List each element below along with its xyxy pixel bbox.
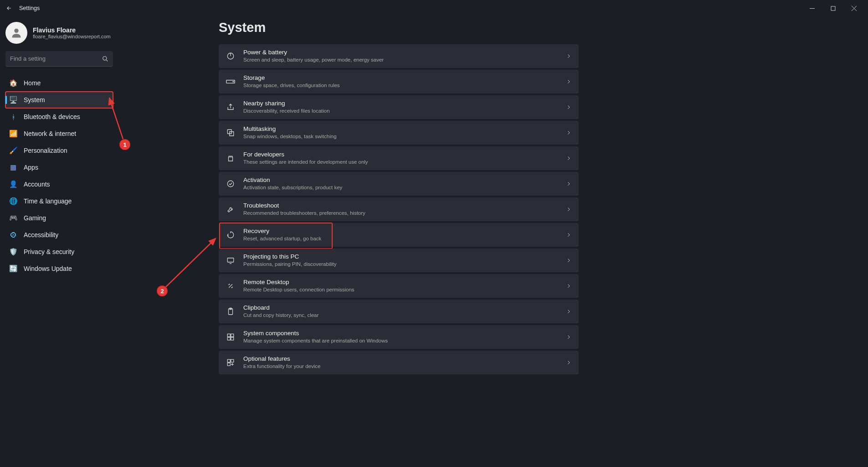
sidebar-item-update[interactable]: 🔄 Windows Update xyxy=(5,260,113,277)
svg-rect-12 xyxy=(231,334,234,337)
svg-point-1 xyxy=(14,29,18,33)
sidebar-item-label: Personalization xyxy=(24,147,67,154)
chevron-right-icon xyxy=(566,283,571,289)
sidebar-item-label: Time & language xyxy=(24,197,72,205)
titlebar: Settings xyxy=(0,0,868,16)
sidebar-item-bluetooth[interactable]: ᚼ Bluetooth & devices xyxy=(5,109,113,125)
card-subtitle: Snap windows, desktops, task switching xyxy=(243,133,337,140)
card-title: System components xyxy=(243,330,388,337)
card-title: Nearby sharing xyxy=(243,100,330,108)
card-title: Storage xyxy=(243,74,340,82)
sidebar-item-network[interactable]: 📶 Network & internet xyxy=(5,125,113,142)
sidebar-item-label: Accessibility xyxy=(24,231,58,239)
sidebar-item-personalization[interactable]: 🖌️ Personalization xyxy=(5,142,113,159)
card-subtitle: Discoverability, received files location xyxy=(243,108,330,114)
page-title: System xyxy=(219,20,868,35)
back-button[interactable] xyxy=(4,3,15,14)
power-icon xyxy=(226,52,235,61)
card-title: Power & battery xyxy=(243,49,384,57)
svg-rect-14 xyxy=(231,337,234,340)
accessibility-icon: ⭙ xyxy=(9,231,17,239)
card-title: Activation xyxy=(243,176,342,184)
multitask-icon xyxy=(226,128,235,137)
bluetooth-icon: ᚼ xyxy=(9,113,17,121)
sidebar-item-accounts[interactable]: 👤 Accounts xyxy=(5,176,113,192)
sidebar-item-system[interactable]: 🖥️ System xyxy=(5,92,113,108)
close-button[interactable] xyxy=(843,1,864,16)
card-title: Projecting to this PC xyxy=(243,253,337,261)
chevron-right-icon xyxy=(566,232,571,238)
settings-card-remote[interactable]: Remote Desktop Remote Desktop users, con… xyxy=(219,274,579,298)
card-title: For developers xyxy=(243,151,368,159)
settings-card-projecting[interactable]: Projecting to this PC Permissions, pairi… xyxy=(219,249,579,272)
storage-icon xyxy=(226,77,235,86)
settings-card-nearby[interactable]: Nearby sharing Discoverability, received… xyxy=(219,95,579,119)
card-subtitle: Screen and sleep, battery usage, power m… xyxy=(243,57,384,63)
svg-rect-16 xyxy=(231,359,234,362)
settings-card-recovery[interactable]: Recovery Reset, advanced startup, go bac… xyxy=(219,223,579,247)
chevron-right-icon xyxy=(566,181,571,187)
sidebar-item-privacy[interactable]: 🛡️ Privacy & security xyxy=(5,244,113,260)
settings-card-multitask[interactable]: Multitasking Snap windows, desktops, tas… xyxy=(219,121,579,145)
svg-rect-8 xyxy=(227,258,234,262)
sidebar-item-label: Home xyxy=(24,79,41,87)
card-subtitle: Storage space, drives, configuration rul… xyxy=(243,82,340,88)
svg-point-7 xyxy=(227,181,234,187)
card-subtitle: Cut and copy history, sync, clear xyxy=(243,312,318,318)
clipboard-icon xyxy=(226,307,235,316)
card-subtitle: Reset, advanced startup, go back xyxy=(243,235,321,242)
optional-icon xyxy=(226,358,235,367)
settings-card-activation[interactable]: Activation Activation state, subscriptio… xyxy=(219,172,579,196)
chevron-right-icon xyxy=(566,53,571,59)
settings-card-power[interactable]: Power & battery Screen and sleep, batter… xyxy=(219,44,579,68)
settings-card-components[interactable]: System components Manage system componen… xyxy=(219,325,579,349)
chevron-right-icon xyxy=(566,79,571,84)
sidebar-item-label: Privacy & security xyxy=(24,248,74,255)
chevron-right-icon xyxy=(566,156,571,161)
settings-card-optional[interactable]: Optional features Extra functionality fo… xyxy=(219,351,579,374)
card-subtitle: Extra functionality for your device xyxy=(243,363,320,369)
search-input[interactable] xyxy=(10,55,102,62)
sidebar-item-label: Apps xyxy=(24,164,38,171)
chevron-right-icon xyxy=(566,130,571,135)
annotation-badge-2: 2 xyxy=(157,285,168,296)
sidebar-item-accessibility[interactable]: ⭙ Accessibility xyxy=(5,227,113,243)
search-box[interactable] xyxy=(5,51,113,67)
developers-icon xyxy=(226,154,235,163)
apps-icon: ▦ xyxy=(9,163,17,171)
card-title: Optional features xyxy=(243,355,320,363)
sidebar-item-label: Gaming xyxy=(24,214,46,222)
settings-card-troubleshoot[interactable]: Troubleshoot Recommended troubleshooters… xyxy=(219,197,579,221)
sidebar-item-gaming[interactable]: 🎮 Gaming xyxy=(5,210,113,226)
sidebar-item-label: System xyxy=(24,96,45,104)
window-controls xyxy=(801,1,864,16)
time-icon: 🌐 xyxy=(9,197,17,205)
projecting-icon xyxy=(226,256,235,265)
svg-rect-11 xyxy=(227,334,230,337)
sidebar-item-label: Bluetooth & devices xyxy=(24,113,80,120)
settings-card-developers[interactable]: For developers These settings are intend… xyxy=(219,146,579,170)
svg-rect-17 xyxy=(227,363,230,366)
maximize-button[interactable] xyxy=(822,1,843,16)
search-icon xyxy=(102,56,108,62)
settings-card-storage[interactable]: Storage Storage space, drives, configura… xyxy=(219,70,579,93)
nearby-icon xyxy=(226,103,235,112)
window-title: Settings xyxy=(19,5,40,11)
troubleshoot-icon xyxy=(226,205,235,214)
sidebar: Flavius Floare floare_flavius@windowsrep… xyxy=(0,16,118,467)
profile[interactable]: Flavius Floare floare_flavius@windowsrep… xyxy=(5,22,113,44)
settings-card-clipboard[interactable]: Clipboard Cut and copy history, sync, cl… xyxy=(219,300,579,323)
svg-rect-13 xyxy=(227,337,230,340)
card-title: Recovery xyxy=(243,228,321,235)
card-title: Clipboard xyxy=(243,304,318,312)
sidebar-item-time[interactable]: 🌐 Time & language xyxy=(5,193,113,209)
sidebar-item-home[interactable]: 🏠 Home xyxy=(5,75,113,91)
svg-rect-15 xyxy=(227,359,230,362)
privacy-icon: 🛡️ xyxy=(9,248,17,256)
recovery-icon xyxy=(226,230,235,239)
sidebar-item-apps[interactable]: ▦ Apps xyxy=(5,159,113,176)
personalization-icon: 🖌️ xyxy=(9,146,17,155)
chevron-right-icon xyxy=(566,258,571,263)
minimize-button[interactable] xyxy=(801,1,822,16)
card-subtitle: These settings are intended for developm… xyxy=(243,159,368,165)
